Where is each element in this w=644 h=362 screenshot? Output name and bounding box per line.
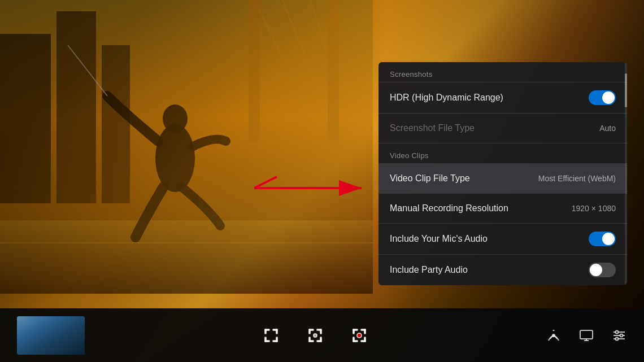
svg-rect-22 — [265, 337, 266, 342]
svg-rect-8 — [328, 0, 339, 141]
thumbnail-image — [17, 316, 85, 355]
manual-recording-resolution-value: 1920 × 1080 — [572, 204, 616, 213]
panel-scrollbar[interactable] — [625, 62, 627, 285]
thumbnail[interactable] — [17, 316, 85, 355]
bottom-right-icons — [546, 328, 627, 343]
manual-recording-resolution-row[interactable]: Manual Recording Resolution 1920 × 1080 — [378, 194, 627, 223]
screenshots-section-header: Screenshots — [378, 62, 627, 82]
hdr-row[interactable]: HDR (High Dynamic Range) — [378, 82, 627, 113]
hdr-label: HDR (High Dynamic Range) — [390, 93, 503, 103]
svg-rect-18 — [265, 329, 266, 334]
video-clip-file-type-value: Most Efficient (WebM) — [538, 174, 616, 183]
svg-point-53 — [616, 337, 619, 340]
screenshot-button[interactable] — [307, 328, 323, 343]
manual-recording-resolution-label: Manual Recording Resolution — [390, 203, 508, 213]
hdr-toggle[interactable] — [589, 90, 616, 105]
svg-rect-37 — [364, 329, 365, 334]
city-background — [0, 0, 373, 294]
monitor-icon[interactable] — [578, 328, 594, 343]
screenshot-file-type-label: Screenshot File Type — [390, 123, 475, 133]
svg-rect-3 — [102, 45, 130, 203]
svg-rect-20 — [276, 329, 277, 334]
focus-icon[interactable] — [263, 328, 279, 343]
settings-panel: Screenshots HDR (High Dynamic Range) Scr… — [378, 62, 627, 285]
include-party-audio-row[interactable]: Include Party Audio — [378, 255, 627, 285]
svg-rect-35 — [353, 329, 354, 334]
svg-rect-28 — [320, 329, 321, 334]
svg-rect-41 — [364, 337, 365, 342]
video-clip-file-type-label: Video Clip File Type — [390, 173, 470, 184]
svg-rect-26 — [309, 329, 310, 334]
svg-point-11 — [155, 124, 195, 192]
svg-rect-32 — [320, 337, 321, 342]
svg-rect-7 — [249, 0, 260, 141]
include-mic-audio-row[interactable]: Include Your Mic's Audio — [378, 224, 627, 254]
svg-point-12 — [163, 104, 188, 133]
svg-rect-39 — [353, 337, 354, 342]
include-mic-audio-label: Include Your Mic's Audio — [390, 234, 488, 244]
svg-rect-1 — [0, 34, 51, 203]
video-clip-file-type-row[interactable]: Video Clip File Type Most Efficient (Web… — [378, 164, 627, 193]
svg-point-42 — [357, 333, 362, 338]
svg-rect-30 — [309, 337, 310, 342]
bottom-bar — [0, 308, 644, 362]
include-party-audio-toggle[interactable] — [589, 263, 616, 277]
settings-sliders-icon[interactable] — [611, 328, 627, 343]
screenshot-file-type-row[interactable]: Screenshot File Type Auto — [378, 114, 627, 143]
include-party-audio-label: Include Party Audio — [390, 265, 468, 275]
bottom-center-icons — [85, 328, 546, 343]
record-button[interactable] — [351, 328, 367, 343]
svg-point-33 — [314, 334, 317, 337]
svg-rect-45 — [580, 330, 593, 339]
svg-rect-24 — [276, 337, 277, 342]
scrollbar-thumb — [625, 73, 627, 107]
include-mic-audio-toggle[interactable] — [589, 232, 616, 246]
svg-rect-9 — [0, 220, 373, 294]
broadcast-icon[interactable] — [546, 328, 562, 343]
svg-point-52 — [620, 334, 623, 337]
video-clips-section-header: Video Clips — [378, 143, 627, 163]
screenshot-file-type-value: Auto — [599, 124, 616, 133]
svg-rect-2 — [56, 11, 96, 203]
svg-point-51 — [616, 330, 619, 333]
